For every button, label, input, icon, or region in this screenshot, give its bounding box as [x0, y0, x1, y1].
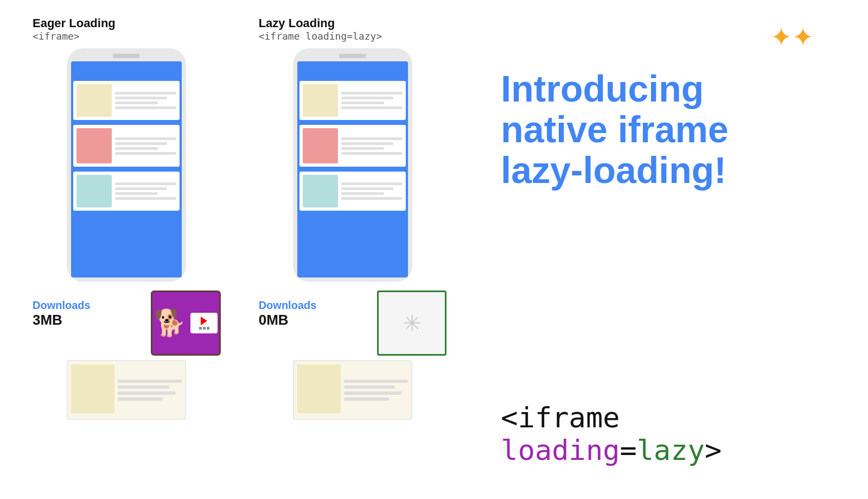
iframe-line: [118, 386, 169, 389]
lazy-phone-notch: [339, 54, 366, 58]
eager-downloads-row: Downloads 3MB 🐕: [33, 290, 221, 356]
card-line: [115, 92, 176, 94]
play-dot: [199, 327, 202, 330]
lazy-card-image-3: [303, 175, 338, 207]
lazy-downloads-size: 0MB: [259, 312, 289, 329]
lazy-preview-image: [297, 364, 341, 413]
eager-preview-lines: [118, 364, 182, 415]
card-line: [115, 137, 176, 140]
card-lines-3: [115, 175, 176, 207]
card-line: [341, 192, 384, 195]
eager-iframe-preview: [67, 360, 186, 420]
lazy-spinner-box: ✳: [377, 290, 446, 356]
eager-downloads-size: 3MB: [33, 312, 62, 329]
card-line: [115, 97, 167, 99]
card-line: [115, 147, 158, 150]
eager-video-thumbnail: 🐕: [151, 290, 220, 356]
card-line: [341, 187, 393, 190]
code-lazy-text: lazy: [637, 434, 705, 466]
lazy-phone-frame: [293, 48, 412, 282]
left-section: Eager Loading <iframe>: [22, 16, 446, 483]
phone-card-2: [73, 125, 180, 167]
card-line: [115, 197, 176, 200]
eager-phone-frame: [67, 48, 186, 282]
eager-downloads-label: Downloads: [33, 299, 91, 312]
lazy-card-lines-2: [341, 128, 403, 163]
card-line: [341, 102, 384, 104]
iframe-line: [344, 386, 395, 389]
lazy-downloads-row: Downloads 0MB ✳: [259, 290, 447, 356]
eager-preview-image: [71, 364, 114, 413]
eager-subtitle: <iframe>: [33, 30, 221, 42]
lazy-title: Lazy Loading: [259, 16, 447, 30]
play-dot: [203, 327, 206, 330]
card-line: [115, 102, 158, 104]
card-line: [341, 182, 403, 185]
phone-notch: [113, 54, 140, 58]
iframe-line: [344, 391, 401, 395]
main-container: Eager Loading <iframe>: [0, 0, 868, 499]
play-dots: [199, 327, 209, 330]
card-image-1: [76, 84, 112, 117]
play-button-box: [190, 313, 218, 333]
bottom-right: <iframe loading=lazy>: [501, 401, 846, 483]
card-line: [115, 142, 167, 145]
lazy-card-lines-1: [341, 84, 403, 117]
iframe-line: [344, 380, 408, 383]
lazy-downloads-label: Downloads: [259, 299, 317, 312]
lazy-card-image-2: [303, 128, 338, 163]
lazy-loading-column: Lazy Loading <iframe loading=lazy>: [259, 16, 447, 483]
eager-title: Eager Loading: [33, 16, 221, 30]
card-line: [341, 106, 403, 109]
card-line: [115, 182, 176, 185]
phone-header-bar: [71, 61, 182, 78]
play-dot: [207, 327, 209, 330]
lazy-phone-card-3: [299, 172, 406, 211]
lazy-downloads-section: Downloads 0MB: [259, 299, 366, 329]
card-line: [341, 152, 403, 155]
card-line: [341, 147, 384, 150]
eager-header: Eager Loading <iframe>: [33, 16, 221, 42]
play-triangle-icon: [201, 317, 207, 325]
spinner-icon: ✳: [403, 310, 422, 337]
lazy-header: Lazy Loading <iframe loading=lazy>: [259, 16, 447, 42]
iframe-line: [118, 380, 182, 383]
code-label: <iframe loading=lazy>: [501, 401, 846, 466]
card-image-3: [76, 175, 112, 207]
main-heading-text: Introducingnative iframelazy-loading!: [501, 68, 729, 191]
eager-phone-screen: [71, 61, 182, 277]
code-iframe-text: <iframe: [501, 401, 620, 434]
card-line: [115, 192, 158, 195]
card-line: [115, 106, 176, 109]
card-image-2: [76, 128, 112, 163]
main-heading: Introducingnative iframelazy-loading!: [501, 68, 846, 190]
sparkle-icon: ✦✦: [770, 22, 814, 52]
iframe-line: [118, 397, 163, 401]
lazy-phone-header-bar: [297, 61, 408, 78]
code-close-text: >: [705, 434, 722, 466]
card-lines-2: [115, 128, 176, 163]
phone-card-3: [73, 172, 180, 211]
card-lines-1: [115, 84, 176, 117]
phone-card-1: [73, 81, 180, 120]
code-loading-text: loading: [501, 434, 620, 466]
card-line: [341, 92, 403, 94]
card-line: [115, 187, 167, 190]
lazy-phone-card-2: [299, 125, 406, 167]
card-line: [341, 97, 393, 99]
lazy-phone-screen: [297, 61, 408, 277]
right-section: ✦✦ Introducingnative iframelazy-loading!…: [479, 16, 846, 483]
card-line: [341, 197, 403, 200]
iframe-line: [118, 391, 175, 395]
lazy-card-lines-3: [341, 175, 403, 207]
iframe-line: [344, 397, 389, 401]
dog-icon: 🐕: [154, 308, 186, 338]
lazy-subtitle: <iframe loading=lazy>: [259, 30, 447, 42]
card-line: [341, 142, 393, 145]
sparkle-row: ✦✦: [501, 22, 846, 52]
lazy-card-image-1: [303, 84, 338, 117]
eager-downloads-section: Downloads 3MB: [33, 299, 140, 329]
top-right: ✦✦ Introducingnative iframelazy-loading!: [501, 22, 846, 190]
eager-loading-column: Eager Loading <iframe>: [33, 16, 221, 483]
lazy-preview-lines: [344, 364, 408, 415]
